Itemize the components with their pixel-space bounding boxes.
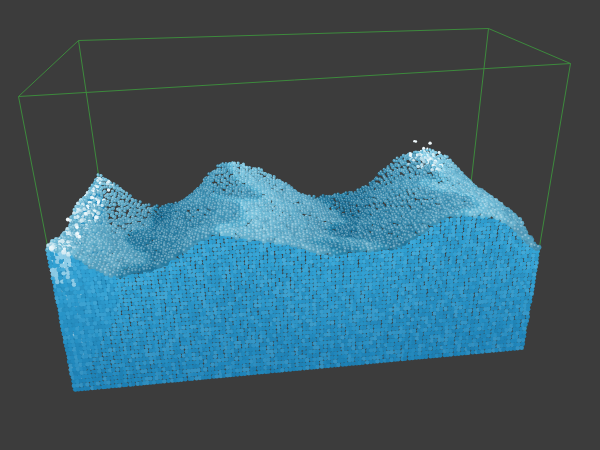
fluid-simulation-canvas[interactable] (0, 0, 600, 450)
simulation-viewport (0, 0, 600, 450)
